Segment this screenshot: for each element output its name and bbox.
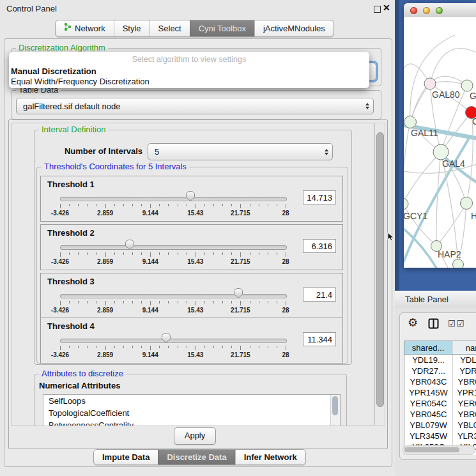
table-cell[interactable]: YDR27... (452, 365, 476, 376)
popup-option-manual[interactable]: Manual Discretization (11, 66, 367, 77)
tab-impute-data[interactable]: Impute Data (94, 450, 158, 464)
slider-tick-label: 9.144 (142, 258, 158, 265)
attributes-scrollbar[interactable] (330, 395, 340, 426)
slider-handle[interactable] (185, 190, 196, 204)
table-cell[interactable]: YBR043C (452, 376, 476, 387)
network-node[interactable] (424, 78, 436, 89)
table-row[interactable]: YER054CYER054C (404, 398, 476, 409)
minimize-traffic-light[interactable] (423, 7, 430, 14)
attribute-list-item[interactable]: TopologicalCoefficient (43, 407, 340, 419)
threshold-slider[interactable]: -3.4262.8599.14415.4321.71528 (60, 290, 286, 316)
slider-tick (141, 204, 142, 206)
slider-tick (268, 346, 268, 348)
slider-tick-label: 21.715 (231, 258, 250, 265)
table-data-combobox[interactable]: galFiltered.sif default node (16, 98, 374, 114)
split-columns-icon[interactable] (428, 318, 439, 331)
slider-tick (196, 204, 196, 208)
network-node[interactable] (453, 259, 464, 268)
mouse-cursor (387, 232, 395, 244)
column-checkbox-icons[interactable]: ☑☑ (448, 319, 465, 328)
slider-handle[interactable] (233, 288, 243, 301)
checkbox-icon[interactable]: ☑ (457, 319, 466, 328)
gear-icon[interactable]: ⚙ (408, 316, 418, 330)
slider-track[interactable] (60, 245, 287, 250)
slider-handle[interactable] (125, 239, 135, 252)
table-row[interactable]: YDR27...YDR27... (404, 365, 476, 376)
table-cell[interactable]: YER054C (404, 398, 452, 409)
scrollbar-thumb[interactable] (332, 396, 338, 415)
slider-tick (204, 301, 205, 303)
slider-handle[interactable] (161, 332, 171, 346)
network-window-titlebar[interactable] (404, 3, 476, 18)
apply-button[interactable]: Apply (174, 427, 216, 445)
tab-jactivemnodules[interactable]: jActiveMNodules (254, 20, 334, 36)
numerical-attributes-list[interactable]: SelfLoopsTopologicalCoefficientBetweenne… (43, 394, 341, 426)
slider-tick (132, 301, 133, 303)
table-cell[interactable]: YBL079W (404, 420, 452, 431)
close-icon[interactable]: ✕ (383, 3, 390, 13)
table-cell[interactable]: YDL19... (452, 355, 476, 365)
table-cell[interactable]: YBR045C (452, 409, 476, 420)
table-row[interactable]: YBR043CYBR043C (404, 376, 476, 387)
table-row[interactable]: YPR145WYPR145W (404, 387, 476, 398)
table-cell[interactable]: YLR345W (404, 431, 452, 441)
network-node[interactable] (461, 197, 473, 210)
main-scrollbar[interactable] (374, 123, 385, 426)
float-window-icon[interactable] (374, 6, 381, 13)
slider-tick-label: -3.426 (51, 351, 69, 358)
column-divider (452, 355, 453, 455)
scrollbar-thumb[interactable] (376, 132, 384, 407)
threshold-label: Threshold 4 (47, 321, 95, 331)
table-cell[interactable]: YPR145W (404, 387, 452, 398)
attribute-list-item[interactable]: SelfLoops (43, 395, 340, 407)
table-row[interactable]: YBR045CYBR045C (404, 409, 476, 420)
threshold-value-field[interactable]: 11.344 (303, 332, 336, 346)
slider-track[interactable] (60, 294, 287, 298)
column-header-shared-name[interactable]: shared... (404, 341, 452, 355)
table-row[interactable]: YLR345WYLR345W (404, 431, 476, 441)
tab-network[interactable]: Network (56, 20, 114, 36)
table-row[interactable]: YBL079WYBL079W (404, 420, 476, 431)
network-node[interactable] (433, 144, 449, 160)
scrollbar-thumb[interactable] (404, 447, 459, 452)
threshold-value-field[interactable]: 14.713 (303, 190, 336, 204)
tab-cyni-toolbox[interactable]: Cyni Toolbox (190, 20, 254, 36)
column-header-name[interactable]: name (452, 341, 476, 355)
zoom-traffic-light[interactable] (436, 7, 443, 14)
threshold-slider[interactable]: -3.4262.8599.14415.4321.71528 (60, 242, 286, 267)
number-of-intervals-combobox[interactable]: 5 (148, 143, 333, 160)
threshold-value-field[interactable]: 21.4 (303, 288, 336, 302)
table-cell[interactable]: YBR045C (404, 409, 452, 420)
tab-style[interactable]: Style (114, 20, 150, 36)
attribute-list-item[interactable]: BetweennessCentrality (43, 419, 340, 426)
slider-tick (132, 346, 133, 348)
table-cell[interactable]: YER054C (452, 398, 476, 409)
table-row[interactable]: YDL19...YDL19... (404, 355, 476, 365)
slider-tick (196, 301, 196, 305)
slider-tick (78, 301, 79, 303)
close-traffic-light[interactable] (410, 7, 417, 14)
table-cell[interactable]: YBR043C (404, 376, 452, 387)
table-cell[interactable]: YLR345W (452, 431, 476, 441)
network-node[interactable] (404, 198, 408, 210)
popup-option-equal-width[interactable]: Equal Width/Frequency Discretization (11, 77, 367, 87)
tab-select[interactable]: Select (150, 20, 190, 36)
threshold-value-field[interactable]: 6.316 (303, 239, 336, 253)
network-node[interactable] (404, 116, 417, 128)
threshold-slider[interactable]: -3.4262.8599.14415.4321.71528 (60, 193, 286, 219)
slider-track[interactable] (60, 339, 287, 343)
table-cell[interactable]: YPR145W (452, 387, 476, 398)
table-cell[interactable]: YDR27... (404, 365, 452, 376)
tab-label: Impute Data (102, 450, 150, 464)
table-cell[interactable]: YDL19... (404, 355, 452, 365)
table-cell[interactable]: YBL079W (452, 420, 476, 431)
checkbox-icon[interactable]: ☑ (448, 319, 457, 328)
tab-infer-network[interactable]: Infer Network (235, 450, 305, 464)
threshold-slider[interactable]: -3.4262.8599.14415.4321.71528 (60, 335, 286, 360)
network-canvas[interactable]: GAL80GACGAL11GAL4GCY1HHAP2 (404, 17, 476, 268)
slider-track[interactable] (60, 197, 287, 201)
network-node[interactable] (461, 80, 473, 91)
slider-tick-label: 9.144 (142, 351, 158, 358)
tab-discretize-data[interactable]: Discretize Data (158, 450, 234, 464)
table-horizontal-scrollbar[interactable] (403, 445, 475, 455)
